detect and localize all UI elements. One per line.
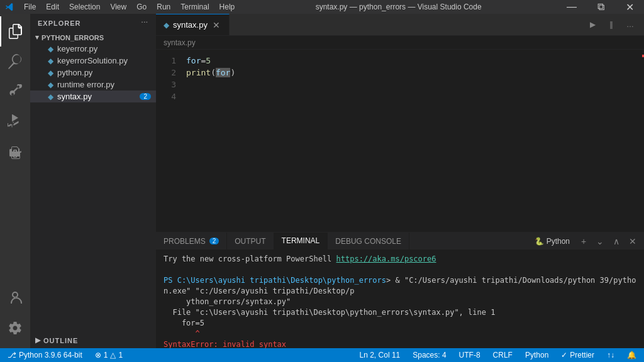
run-button[interactable]: ▶ [584, 16, 601, 33]
status-sync[interactable]: ↑↓ [604, 348, 617, 362]
tab-debug-console[interactable]: DEBUG CONSOLE [328, 233, 409, 250]
status-cursor-pos[interactable]: Ln 2, Col 11 [357, 348, 403, 362]
file-name: keyerror.py [57, 44, 97, 53]
file-python[interactable]: ◆ python.py [30, 67, 156, 79]
file-name: runtime error.py [57, 80, 114, 89]
file-runtime-error[interactable]: ◆ runtime error.py [30, 79, 156, 90]
minimize-button[interactable]: — [557, 0, 586, 14]
folder-python-errors[interactable]: ▾ PYTHON_ERRORS [30, 32, 156, 43]
more-actions-button[interactable]: … [621, 16, 639, 33]
term-line-1: Try the new cross-platform PowerShell ht… [164, 254, 636, 265]
status-eol[interactable]: CRLF [491, 348, 515, 362]
status-prettier[interactable]: ✓ Prettier [558, 348, 597, 362]
term-line-6: ^ [164, 329, 636, 339]
file-keyerror[interactable]: ◆ keyerror.py [30, 43, 156, 55]
encoding-label: UTF-8 [459, 351, 480, 359]
activity-extensions[interactable] [0, 137, 30, 167]
vscode-logo-icon [5, 3, 14, 11]
menu-view[interactable]: View [105, 0, 131, 14]
code-editor[interactable]: 1 2 3 4 for=5 print(for) [156, 50, 644, 232]
file-keyerrorsolution[interactable]: ◆ keyerrorSolution.py [30, 55, 156, 67]
activity-settings[interactable] [0, 313, 30, 343]
tab-problems[interactable]: PROBLEMS 2 [156, 233, 227, 250]
file-name: syntax.py [57, 92, 92, 101]
line-number-4: 4 [156, 90, 176, 102]
bell-icon: 🔔 [627, 351, 636, 359]
debug-console-label: DEBUG CONSOLE [335, 237, 401, 246]
line-number-2: 2 [156, 67, 176, 79]
activity-accounts[interactable] [0, 283, 30, 313]
close-button[interactable]: ✕ [615, 0, 644, 14]
code-line-1: for=5 [186, 55, 644, 67]
outline-label: OUTLINE [43, 337, 78, 344]
menu-go[interactable]: Go [131, 0, 152, 14]
cursor-position: Ln 2, Col 11 [360, 351, 401, 359]
tab-label: syntax.py [173, 20, 208, 30]
python-file-icon: ◆ [48, 69, 53, 77]
split-editor-button[interactable]: ‖ [602, 16, 620, 33]
pscore-link[interactable]: https://aka.ms/pscore6 [336, 255, 436, 263]
activity-bar [0, 14, 30, 348]
python-version-label: Python 3.9.6 64-bit [19, 351, 82, 359]
menu-file[interactable]: File [19, 0, 41, 14]
tab-file-icon: ◆ [164, 21, 169, 30]
breadcrumb-file[interactable]: syntax.py [164, 38, 196, 47]
problems-label: PROBLEMS [164, 237, 206, 246]
menu-edit[interactable]: Edit [41, 0, 64, 14]
file-name: python.py [57, 68, 92, 77]
terminal-content[interactable]: Try the new cross-platform PowerShell ht… [156, 250, 644, 348]
menu-terminal[interactable]: Terminal [175, 0, 214, 14]
activity-explorer[interactable] [0, 16, 30, 47]
title-bar: File Edit Selection View Go Run Terminal… [0, 0, 644, 14]
activity-run-debug[interactable] [0, 107, 30, 137]
activity-source-control[interactable] [0, 77, 30, 107]
tab-syntax-py[interactable]: ◆ syntax.py ✕ [156, 14, 230, 35]
term-line-7: SyntaxError: invalid syntax [164, 339, 636, 348]
status-encoding[interactable]: UTF-8 [457, 348, 483, 362]
tab-close-button[interactable]: ✕ [211, 20, 221, 30]
outline-section[interactable]: ▶ OUTLINE [30, 332, 156, 348]
new-terminal-button[interactable]: + [576, 234, 591, 249]
sidebar-header: Explorer ⋯ [30, 14, 156, 32]
tab-output[interactable]: OUTPUT [227, 233, 274, 250]
terminal-label: TERMINAL [282, 236, 320, 245]
explorer-label: Explorer [38, 19, 81, 27]
folder-chevron-icon: ▾ [35, 33, 39, 41]
terminal-close-button[interactable]: ✕ [625, 234, 640, 249]
terminal-split-button[interactable]: ⌄ [592, 234, 608, 249]
python-file-icon: ◆ [48, 92, 53, 101]
status-notifications[interactable]: 🔔 [625, 348, 639, 362]
python-file-icon: ◆ [48, 80, 53, 89]
spaces-label: Spaces: 4 [413, 351, 446, 359]
code-content[interactable]: for=5 print(for) [181, 50, 644, 232]
menu-help[interactable]: Help [214, 0, 240, 14]
editor-area: ◆ syntax.py ✕ ▶ ‖ … syntax.py 1 2 3 4 fo [156, 14, 644, 348]
main-container: Explorer ⋯ ▾ PYTHON_ERRORS ◆ keyerror.py… [0, 14, 644, 348]
line-numbers: 1 2 3 4 [156, 50, 181, 232]
warning-icon: △ [110, 351, 116, 359]
sidebar-actions: ⋯ [141, 19, 148, 27]
code-line-2: print(for) [186, 67, 644, 79]
eol-label: CRLF [493, 351, 513, 359]
file-syntax[interactable]: ◆ syntax.py 2 [30, 90, 156, 102]
menu-run[interactable]: Run [152, 0, 175, 14]
line-number-1: 1 [156, 55, 176, 67]
sync-icon: ↑↓ [607, 351, 614, 359]
status-spaces[interactable]: Spaces: 4 [410, 348, 448, 362]
code-line-4 [186, 90, 644, 102]
menu-selection[interactable]: Selection [64, 0, 105, 14]
tab-terminal[interactable]: TERMINAL [274, 233, 328, 250]
status-language[interactable]: Python [523, 348, 551, 362]
term-line-5: for=5 [164, 318, 636, 329]
status-right: Ln 2, Col 11 Spaces: 4 UTF-8 CRLF Python… [357, 348, 639, 362]
prettier-icon: ✓ [561, 351, 567, 359]
activity-search[interactable] [0, 47, 30, 77]
term-line-4: File "c:\Users\ayushi tripathi\Desktop\p… [164, 307, 636, 318]
status-errors[interactable]: ⊗ 1 △ 1 [92, 348, 125, 362]
sidebar-more-icon[interactable]: ⋯ [141, 19, 148, 27]
status-python-version[interactable]: ⎇ Python 3.9.6 64-bit [5, 348, 85, 362]
file-name: keyerrorSolution.py [57, 56, 128, 65]
terminal-maximize-button[interactable]: ∧ [609, 234, 624, 249]
language-label: Python [525, 351, 548, 359]
maximize-button[interactable]: ⧉ [586, 0, 615, 14]
